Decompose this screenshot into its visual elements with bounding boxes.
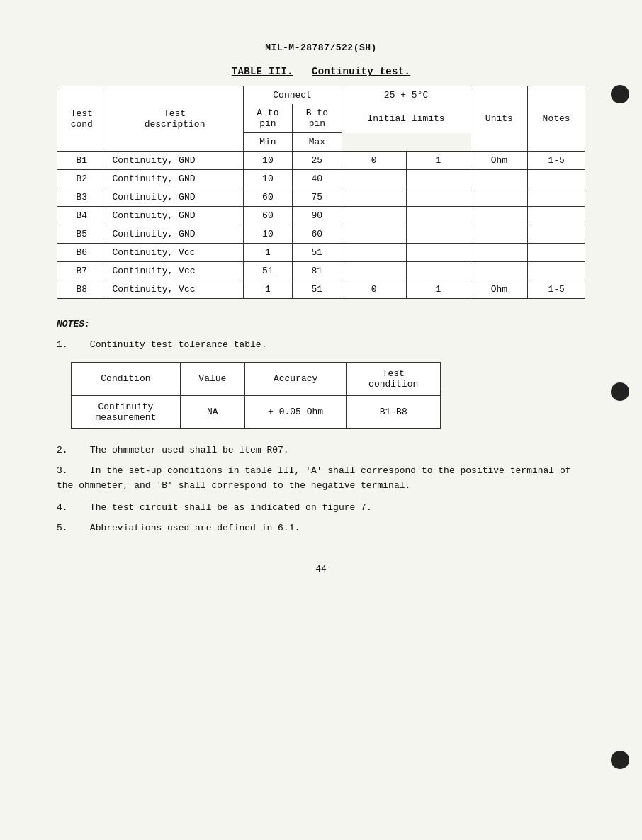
tolerance-table: Condition Value Accuracy Testcondition C…	[71, 362, 441, 429]
cell-units	[471, 207, 528, 225]
cell-cond: B1	[57, 152, 106, 170]
note-1-text: Continuity test tolerance table.	[90, 339, 267, 350]
note-3: 3. In the set-up conditions in table III…	[57, 464, 585, 494]
cell-cond: B6	[57, 244, 106, 262]
cell-notes	[528, 188, 585, 207]
cell-cond: B7	[57, 262, 106, 280]
cell-notes	[528, 225, 585, 244]
cell-cond: B2	[57, 170, 106, 188]
note-5-number: 5.	[57, 523, 68, 533]
table-title-text: Continuity test.	[312, 66, 410, 77]
col-header-test-desc: Testdescription	[106, 86, 243, 152]
note-3-text: In the set-up conditions in table III, '…	[57, 465, 571, 491]
cell-notes	[528, 207, 585, 225]
table-title-prefix: TABLE III.	[232, 66, 293, 77]
cell-cond: B3	[57, 188, 106, 207]
note-4-text: The test circuit shall be as indicated o…	[90, 502, 372, 513]
cell-min: 0	[342, 280, 406, 299]
cell-a-pin: 10	[243, 152, 292, 170]
cell-a-pin: 60	[243, 207, 292, 225]
punch-hole-middle	[611, 382, 629, 401]
table-row: B6Continuity, Vcc151	[57, 244, 585, 262]
cell-units	[471, 244, 528, 262]
note-2-number: 2.	[57, 445, 68, 455]
notes-header: NOTES:	[57, 319, 585, 329]
table-title: TABLE III. Continuity test.	[57, 66, 585, 77]
cell-a-pin: 1	[243, 280, 292, 299]
table-row: B3Continuity, GND6075	[57, 188, 585, 207]
cell-cond: B4	[57, 207, 106, 225]
cell-max	[406, 225, 471, 244]
cell-desc: Continuity, GND	[106, 152, 243, 170]
cell-cond: B8	[57, 280, 106, 299]
note-2-text: The ohmmeter used shall be item R07.	[90, 445, 289, 455]
cell-max	[406, 188, 471, 207]
cell-cond: B5	[57, 225, 106, 244]
cell-b-pin: 51	[293, 280, 342, 299]
cell-units	[471, 225, 528, 244]
cell-desc: Continuity, Vcc	[106, 280, 243, 299]
cell-b-pin: 25	[293, 152, 342, 170]
punch-hole-top	[611, 85, 629, 103]
tol-col-test-cond: Testcondition	[347, 362, 441, 395]
cell-a-pin: 51	[243, 262, 292, 280]
note-3-number: 3.	[57, 465, 68, 476]
note-2: 2. The ohmmeter used shall be item R07.	[57, 443, 585, 458]
cell-desc: Continuity, Vcc	[106, 244, 243, 262]
col-header-connect: Connect	[243, 86, 342, 105]
cell-notes	[528, 244, 585, 262]
note-1: 1. Continuity test tolerance table.	[57, 338, 585, 352]
cell-min: 0	[342, 152, 406, 170]
cell-min	[342, 262, 406, 280]
cell-b-pin: 81	[293, 262, 342, 280]
cell-min	[342, 244, 406, 262]
cell-units	[471, 262, 528, 280]
cell-units: Ohm	[471, 152, 528, 170]
tol-row-test-cond: B1-B8	[347, 395, 441, 428]
table-row: B4Continuity, GND6090	[57, 207, 585, 225]
cell-notes	[528, 170, 585, 188]
table-row: B8Continuity, Vcc15101Ohm1-5	[57, 280, 585, 299]
note-1-number: 1.	[57, 339, 68, 350]
cell-max: 1	[406, 152, 471, 170]
tol-row-condition: Continuitymeasurement	[72, 395, 181, 428]
cell-desc: Continuity, GND	[106, 188, 243, 207]
cell-max	[406, 170, 471, 188]
cell-desc: Continuity, GND	[106, 225, 243, 244]
cell-a-pin: 1	[243, 244, 292, 262]
col-header-a-pin: A topin	[243, 104, 292, 133]
tol-row-accuracy: + 0.05 Ohm	[244, 395, 346, 428]
cell-min	[342, 225, 406, 244]
col-header-test-cond: Testcond	[57, 86, 106, 152]
cell-min	[342, 207, 406, 225]
cell-desc: Continuity, Vcc	[106, 262, 243, 280]
tol-col-value: Value	[180, 362, 244, 395]
cell-min	[342, 188, 406, 207]
cell-max: 1	[406, 280, 471, 299]
note-4-number: 4.	[57, 502, 68, 513]
cell-desc: Continuity, GND	[106, 207, 243, 225]
note-5-text: Abbreviations used are defined in 6.1.	[90, 523, 300, 533]
col-header-temp: 25 + 5°C	[342, 86, 471, 105]
cell-max	[406, 262, 471, 280]
note-5: 5. Abbreviations used are defined in 6.1…	[57, 521, 585, 535]
cell-min	[342, 170, 406, 188]
cell-units	[471, 170, 528, 188]
cell-notes: 1-5	[528, 152, 585, 170]
cell-max	[406, 244, 471, 262]
tol-row-value: NA	[180, 395, 244, 428]
cell-units: Ohm	[471, 280, 528, 299]
cell-a-pin: 60	[243, 188, 292, 207]
col-header-notes: Notes	[528, 86, 585, 152]
page-number: 44	[57, 564, 585, 574]
col-header-b-pin: B topin	[293, 104, 342, 133]
table-row: B1Continuity, GND102501Ohm1-5	[57, 152, 585, 170]
table-row: B2Continuity, GND1040	[57, 170, 585, 188]
cell-a-pin: 10	[243, 225, 292, 244]
punch-hole-bottom	[611, 751, 629, 769]
table-row: B5Continuity, GND1060	[57, 225, 585, 244]
tol-col-accuracy: Accuracy	[244, 362, 346, 395]
cell-notes	[528, 262, 585, 280]
tol-col-condition: Condition	[72, 362, 181, 395]
cell-max	[406, 207, 471, 225]
